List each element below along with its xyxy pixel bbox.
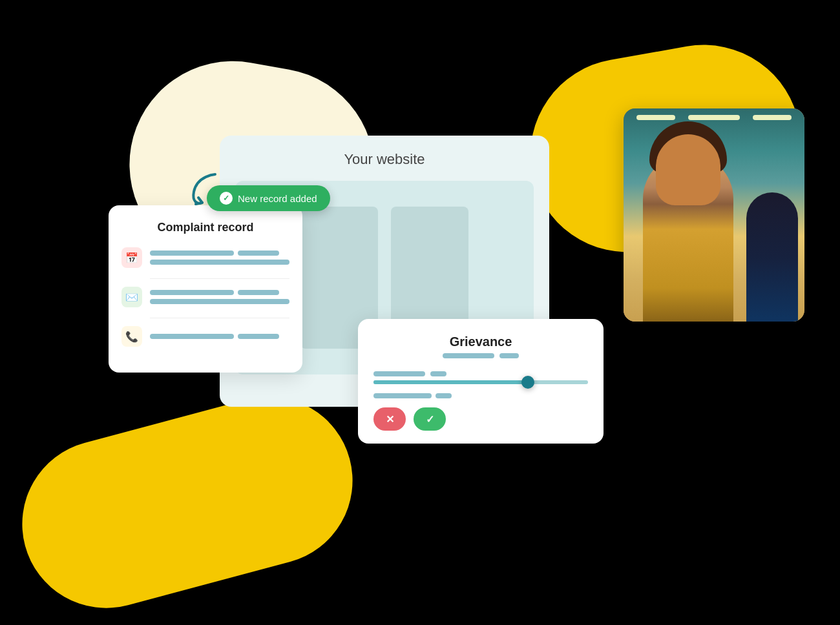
ceiling-light-1 (636, 115, 675, 120)
complaint-lines-3 (150, 334, 289, 339)
grievance-subtitle (373, 353, 588, 358)
field-label-long-1 (373, 371, 425, 376)
divider-1 (150, 278, 289, 279)
sf-long (373, 393, 432, 398)
slider-track[interactable] (373, 380, 588, 384)
photo-head (656, 134, 720, 205)
cancel-button[interactable]: ✕ (373, 407, 406, 431)
complaint-lines-1 (150, 251, 289, 265)
complaint-lines-2 (150, 290, 289, 304)
complaint-row-email: ✉️ (121, 287, 289, 307)
complaint-card: Complaint record 📅 ✉️ 📞 (109, 205, 302, 373)
ceiling-light-2 (688, 115, 740, 120)
field-label-short-1 (430, 371, 446, 376)
grievance-field-1 (373, 371, 588, 384)
grievance-subtitle-line-long (443, 353, 494, 358)
grievance-subtitle-line-short (499, 353, 519, 358)
notification-badge: New record added (207, 185, 330, 211)
sf-short (436, 393, 452, 398)
line-long-1 (150, 260, 289, 265)
blob-yellow-bottom (3, 378, 372, 625)
line-sm-2 (238, 290, 280, 295)
email-icon: ✉️ (121, 287, 142, 307)
complaint-row-phone: 📞 (121, 326, 289, 347)
confirm-button[interactable]: ✓ (414, 407, 446, 431)
photo-card (624, 108, 804, 322)
complaint-row-calendar: 📅 (121, 247, 289, 268)
phone-icon: 📞 (121, 326, 142, 347)
divider-2 (150, 318, 289, 318)
ceiling-light-3 (753, 115, 792, 120)
notification-text: New record added (238, 193, 317, 204)
calendar-icon: 📅 (121, 247, 142, 268)
slider-thumb[interactable] (521, 376, 534, 389)
slider-fill (373, 380, 528, 384)
photo-person-main (643, 154, 733, 322)
line-sm-3 (238, 334, 280, 339)
grievance-card: Grievance ✕ ✓ (358, 319, 604, 444)
grievance-buttons: ✕ ✓ (373, 407, 588, 431)
photo-person-secondary (746, 192, 798, 322)
photo-placeholder (624, 108, 804, 322)
second-field-row (373, 393, 588, 398)
line-med-3 (150, 334, 234, 339)
line-med-2 (150, 290, 234, 295)
website-title: Your website (235, 151, 534, 168)
photo-scene (624, 108, 804, 322)
notification-check-icon (220, 192, 233, 205)
line-med-1 (150, 251, 234, 256)
complaint-card-title: Complaint record (121, 221, 289, 234)
line-sm-1 (238, 251, 280, 256)
line-long-2 (150, 299, 289, 304)
grievance-title: Grievance (373, 334, 588, 349)
field-label-row-1 (373, 371, 588, 376)
